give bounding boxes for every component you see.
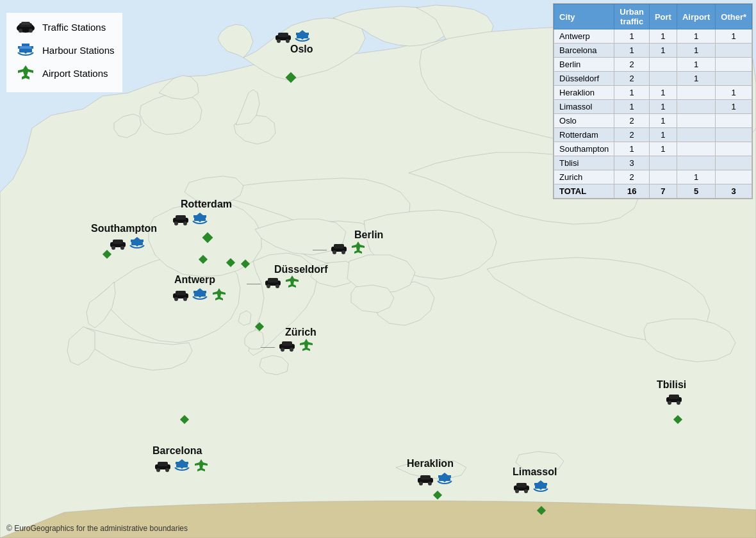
table-cell-port bbox=[649, 156, 677, 170]
berlin-line: —— bbox=[313, 245, 327, 253]
table-cell-airport bbox=[677, 142, 715, 156]
table-row: Southampton11 bbox=[554, 142, 752, 156]
zurich-line: —— bbox=[261, 343, 275, 350]
data-table: City Urbantraffic Port Airport Other* An… bbox=[553, 3, 753, 199]
traffic-icon-legend bbox=[14, 18, 37, 36]
table-cell-other bbox=[716, 72, 752, 86]
table-cell-city: Zurich bbox=[554, 170, 614, 184]
total-cell: 5 bbox=[677, 184, 715, 199]
table-cell-other bbox=[716, 128, 752, 142]
svg-rect-56 bbox=[669, 395, 679, 399]
svg-point-48 bbox=[428, 482, 432, 485]
harbour-label: Harbour Stations bbox=[42, 45, 115, 56]
zurich-plane-icon bbox=[297, 338, 315, 355]
table-cell-other bbox=[716, 170, 752, 184]
table-cell-other bbox=[716, 44, 752, 58]
table-cell-other bbox=[716, 58, 752, 72]
footer: © EuroGeographics for the administrative… bbox=[6, 524, 188, 533]
harbour-icon-legend bbox=[14, 41, 37, 59]
svg-point-31 bbox=[341, 250, 345, 254]
dusseldorf-plane-icon bbox=[283, 274, 301, 292]
table-cell-airport: 1 bbox=[677, 72, 715, 86]
svg-point-30 bbox=[333, 250, 336, 254]
antwerp-ship-icon bbox=[191, 287, 209, 305]
oslo-ship-icon bbox=[293, 29, 311, 47]
svg-rect-37 bbox=[282, 341, 292, 346]
legend-item-harbour: Harbour Stations bbox=[14, 41, 115, 59]
table-row: Düsseldorf21 bbox=[554, 72, 752, 86]
table-row: Oslo21 bbox=[554, 114, 752, 128]
svg-point-38 bbox=[281, 348, 284, 352]
svg-point-15 bbox=[174, 222, 178, 225]
table-row: Heraklion111 bbox=[554, 86, 752, 100]
svg-rect-14 bbox=[176, 215, 186, 220]
barcelona-icons bbox=[154, 458, 210, 476]
table-cell-city: Oslo bbox=[554, 114, 614, 128]
table-cell-urban: 2 bbox=[614, 170, 650, 184]
svg-rect-24 bbox=[176, 291, 186, 295]
heraklion-ship-icon bbox=[436, 471, 454, 489]
airport-icon-legend bbox=[14, 64, 37, 82]
barcelona-plane-icon bbox=[192, 458, 210, 476]
airport-label: Airport Stations bbox=[42, 68, 108, 79]
svg-rect-12 bbox=[297, 35, 308, 38]
limassol-car-icon bbox=[513, 480, 530, 496]
berlin-plane-icon bbox=[349, 240, 367, 258]
oslo-icons bbox=[274, 29, 311, 47]
limassol-ship-icon bbox=[532, 479, 550, 497]
barcelona-ship-icon bbox=[173, 458, 191, 476]
svg-point-43 bbox=[165, 468, 169, 472]
table-row: Zurich21 bbox=[554, 170, 752, 184]
svg-point-42 bbox=[156, 468, 160, 472]
berlin-icons: —— bbox=[313, 240, 367, 258]
table-cell-port: 1 bbox=[649, 100, 677, 114]
table-cell-other bbox=[716, 156, 752, 170]
zurich-car-icon bbox=[278, 339, 296, 354]
dusseldorf-car-icon bbox=[264, 275, 282, 291]
svg-rect-51 bbox=[516, 483, 527, 487]
table-row: Rotterdam21 bbox=[554, 128, 752, 142]
svg-rect-9 bbox=[278, 33, 288, 37]
svg-rect-29 bbox=[334, 244, 344, 249]
table-body: Antwerp1111Barcelona111Berlin21Düsseldor… bbox=[554, 29, 752, 199]
table-cell-city: Tblisi bbox=[554, 156, 614, 170]
table-cell-urban: 2 bbox=[614, 72, 650, 86]
table-cell-airport bbox=[677, 114, 715, 128]
svg-rect-19 bbox=[113, 240, 123, 244]
table-row: Tblisi3 bbox=[554, 156, 752, 170]
table-cell-port bbox=[649, 58, 677, 72]
table-cell-port: 1 bbox=[649, 44, 677, 58]
svg-rect-54 bbox=[535, 485, 546, 489]
svg-point-34 bbox=[267, 284, 270, 288]
table-cell-city: Antwerp bbox=[554, 29, 614, 44]
table-cell-urban: 1 bbox=[614, 100, 650, 114]
svg-rect-7 bbox=[19, 49, 32, 53]
table-cell-port: 1 bbox=[649, 29, 677, 44]
table-row: Barcelona111 bbox=[554, 44, 752, 58]
table-cell-airport: 1 bbox=[677, 170, 715, 184]
svg-point-16 bbox=[183, 222, 187, 225]
table-cell-port bbox=[649, 72, 677, 86]
table-cell-urban: 1 bbox=[614, 86, 650, 100]
svg-rect-49 bbox=[439, 478, 450, 481]
southampton-ship-icon bbox=[128, 236, 146, 254]
dusseldorf-line: —— bbox=[247, 279, 261, 287]
table-cell-city: Rotterdam bbox=[554, 128, 614, 142]
table-cell-city: Heraklion bbox=[554, 86, 614, 100]
table-cell-other: 1 bbox=[716, 29, 752, 44]
total-cell: 3 bbox=[716, 184, 752, 199]
rotterdam-icons bbox=[172, 211, 209, 229]
table-cell-urban: 1 bbox=[614, 142, 650, 156]
svg-point-3 bbox=[19, 29, 22, 33]
svg-point-11 bbox=[286, 39, 290, 43]
stations-table: City Urbantraffic Port Airport Other* An… bbox=[554, 4, 752, 199]
svg-rect-46 bbox=[420, 475, 431, 480]
table-cell-port: 1 bbox=[649, 114, 677, 128]
heraklion-car-icon bbox=[416, 473, 434, 488]
table-cell-urban: 2 bbox=[614, 114, 650, 128]
table-cell-port: 1 bbox=[649, 128, 677, 142]
total-cell: 16 bbox=[614, 184, 650, 199]
col-port: Port bbox=[649, 4, 677, 29]
table-cell-other bbox=[716, 142, 752, 156]
col-airport: Airport bbox=[677, 4, 715, 29]
